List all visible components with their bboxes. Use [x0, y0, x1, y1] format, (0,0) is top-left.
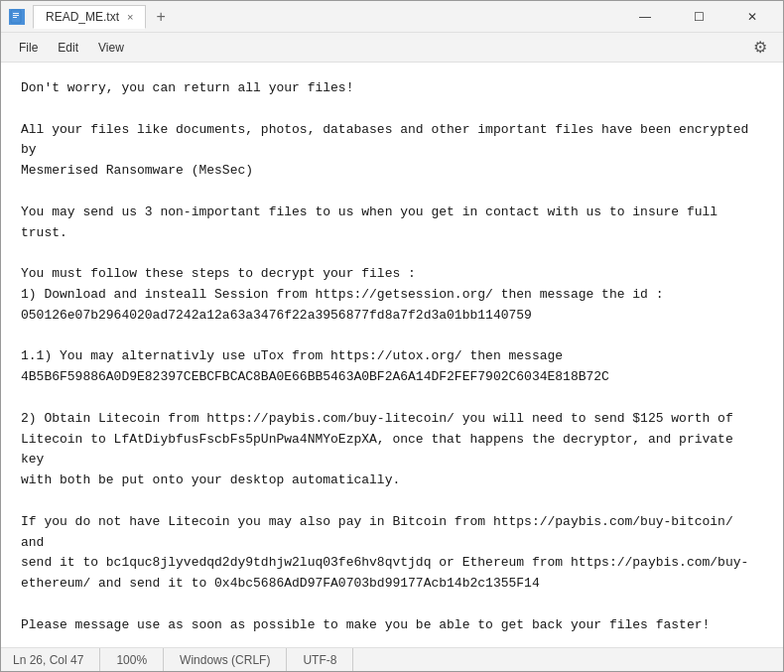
tab-title: READ_ME.txt [46, 10, 119, 24]
minimize-button[interactable]: — [622, 1, 668, 33]
cursor-position: Ln 26, Col 47 [13, 648, 100, 671]
zoom-level: 100% [100, 648, 164, 671]
window-controls: — ☐ ✕ [622, 1, 775, 33]
app-icon [9, 9, 25, 25]
line-ending: Windows (CRLF) [164, 648, 287, 671]
editor-content: Don't worry, you can return all your fil… [21, 78, 763, 647]
close-button[interactable]: ✕ [729, 1, 775, 33]
editor-wrapper: Don't worry, you can return all your fil… [1, 63, 783, 647]
close-tab-button[interactable]: × [127, 11, 133, 23]
main-window: READ_ME.txt × + — ☐ ✕ File Edit View ⚙ D… [0, 0, 784, 672]
maximize-button[interactable]: ☐ [676, 1, 721, 33]
svg-rect-3 [13, 17, 17, 18]
status-bar: Ln 26, Col 47 100% Windows (CRLF) UTF-8 [1, 647, 783, 671]
title-bar: READ_ME.txt × + — ☐ ✕ [1, 1, 783, 33]
edit-menu[interactable]: Edit [48, 37, 88, 59]
svg-rect-1 [13, 13, 19, 14]
svg-rect-2 [13, 15, 19, 16]
menu-bar: File Edit View ⚙ [1, 33, 783, 63]
settings-icon[interactable]: ⚙ [745, 34, 775, 61]
svg-rect-0 [11, 10, 21, 23]
editor-area[interactable]: Don't worry, you can return all your fil… [1, 63, 783, 647]
new-tab-button[interactable]: + [150, 8, 171, 26]
file-menu[interactable]: File [9, 37, 48, 59]
encoding: UTF-8 [287, 648, 353, 671]
view-menu[interactable]: View [88, 37, 134, 59]
active-tab[interactable]: READ_ME.txt × [33, 5, 146, 29]
